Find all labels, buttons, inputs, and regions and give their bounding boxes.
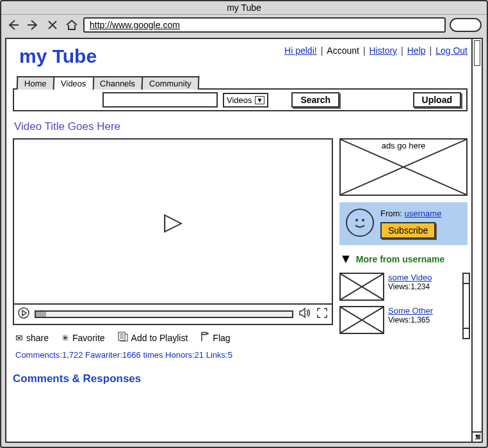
playlist-label: Add to Playlist bbox=[131, 333, 188, 343]
forward-icon[interactable] bbox=[26, 17, 41, 33]
avatar-icon bbox=[346, 209, 374, 237]
share-label: share bbox=[26, 333, 49, 343]
add-playlist-button[interactable]: Add to Playlist bbox=[118, 332, 188, 344]
search-button[interactable]: Search bbox=[291, 92, 339, 108]
browser-search-pill[interactable] bbox=[450, 18, 482, 32]
comments-heading: Comments & Responses bbox=[13, 372, 333, 385]
help-link[interactable]: Help bbox=[407, 45, 426, 56]
mail-icon: ✉ bbox=[15, 333, 23, 343]
more-videos-list: some Video Views:1,234 Some Other Views:… bbox=[339, 273, 468, 339]
more-video-title[interactable]: Some Other bbox=[388, 306, 433, 316]
browser-nav-bar: http://www.google.com bbox=[1, 15, 487, 35]
play-icon[interactable]: ▷ bbox=[164, 207, 183, 236]
search-input[interactable] bbox=[102, 92, 218, 108]
flag-label: Flag bbox=[213, 333, 230, 343]
search-bar: Videos ▼ Search Upload bbox=[13, 88, 468, 111]
more-video-title[interactable]: some Video bbox=[388, 273, 432, 282]
history-link[interactable]: History bbox=[370, 45, 398, 56]
video-controls bbox=[13, 305, 333, 325]
tab-videos[interactable]: Videos bbox=[53, 76, 94, 90]
svg-point-5 bbox=[362, 219, 364, 221]
upload-button[interactable]: Upload bbox=[413, 92, 461, 108]
flag-icon bbox=[200, 332, 209, 344]
video-thumbnail bbox=[339, 306, 384, 334]
video-player[interactable]: ▷ bbox=[13, 138, 333, 305]
triangle-down-icon: ▼ bbox=[339, 252, 352, 266]
window-title: my Tube bbox=[1, 1, 487, 15]
more-video-item[interactable]: some Video Views:1,234 bbox=[339, 273, 459, 301]
more-video-views: Views:1,365 bbox=[388, 316, 430, 324]
play-button-icon[interactable] bbox=[18, 307, 29, 321]
favorite-label: Favorite bbox=[72, 333, 105, 343]
favorite-button[interactable]: ✳ Favorite bbox=[61, 333, 105, 343]
video-thumbnail bbox=[339, 273, 384, 301]
back-icon[interactable] bbox=[6, 17, 22, 33]
video-actions-row: ✉ share ✳ Favorite Add to Playlist bbox=[13, 325, 333, 350]
tab-home[interactable]: Home bbox=[17, 76, 54, 90]
stop-icon[interactable] bbox=[45, 17, 60, 33]
url-bar[interactable]: http://www.google.com bbox=[83, 17, 446, 33]
top-nav-links: Hi peldi! | Account | History | Help | L… bbox=[284, 45, 468, 56]
more-from-label: More from username bbox=[356, 254, 444, 264]
search-filter-label: Videos bbox=[227, 95, 252, 105]
list-icon bbox=[118, 332, 128, 344]
more-list-scrollbar[interactable] bbox=[462, 273, 470, 339]
svg-point-0 bbox=[19, 308, 29, 318]
chevron-down-icon: ▼ bbox=[255, 96, 265, 104]
logout-link[interactable]: Log Out bbox=[435, 45, 468, 56]
volume-icon[interactable] bbox=[298, 307, 311, 321]
page-scrollbar[interactable]: ▼ bbox=[471, 39, 482, 442]
from-label: From: bbox=[380, 209, 402, 218]
ad-placeholder: ads go here bbox=[339, 138, 468, 196]
tab-channels[interactable]: Channels bbox=[92, 76, 143, 90]
uploader-box: From: username Subscribe bbox=[339, 202, 468, 245]
progress-bar[interactable] bbox=[35, 310, 293, 318]
greeting-link[interactable]: Hi peldi! bbox=[284, 45, 317, 56]
main-tabs: Home Videos Channels Community bbox=[13, 76, 468, 90]
video-stats: Commencts:1,722 Fawariter:1666 times Hon… bbox=[13, 350, 333, 360]
more-from-header[interactable]: ▼ More from username bbox=[339, 252, 468, 266]
resize-grip-icon[interactable]: ◢ bbox=[475, 431, 480, 440]
search-filter-dropdown[interactable]: Videos ▼ bbox=[223, 93, 268, 108]
home-icon[interactable] bbox=[64, 17, 79, 33]
subscribe-button[interactable]: Subscribe bbox=[380, 222, 435, 239]
tab-community[interactable]: Community bbox=[142, 76, 199, 90]
fullscreen-icon[interactable] bbox=[316, 307, 328, 321]
uploader-link[interactable]: username bbox=[405, 209, 442, 218]
more-video-views: Views:1,234 bbox=[388, 282, 430, 291]
share-button[interactable]: ✉ share bbox=[15, 333, 49, 343]
more-video-item[interactable]: Some Other Views:1,365 bbox=[339, 306, 459, 334]
svg-point-4 bbox=[355, 219, 358, 221]
ad-label: ads go here bbox=[382, 141, 426, 150]
site-logo: my Tube bbox=[13, 45, 97, 67]
video-title: Video Title Goes Here bbox=[14, 120, 468, 133]
star-icon: ✳ bbox=[61, 333, 69, 343]
flag-button[interactable]: Flag bbox=[200, 332, 230, 344]
account-link[interactable]: Account bbox=[327, 45, 359, 56]
